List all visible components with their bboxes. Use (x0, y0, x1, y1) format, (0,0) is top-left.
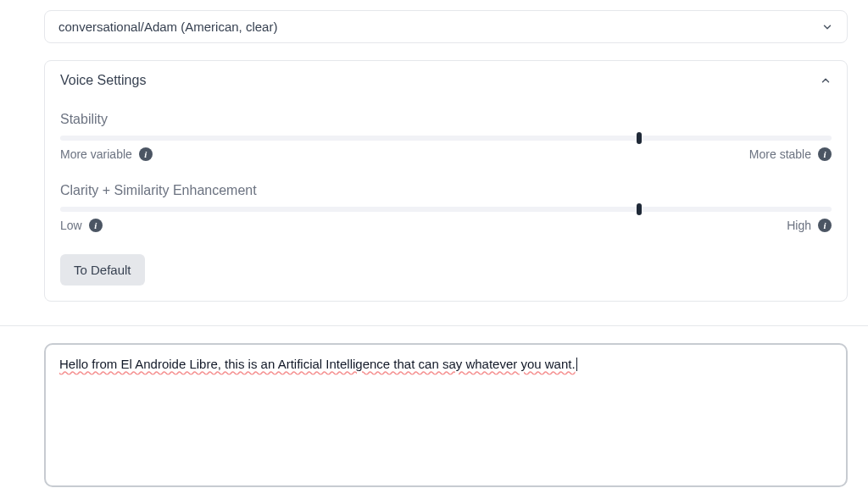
stability-label: Stability (60, 112, 832, 127)
clarity-slider[interactable] (60, 207, 832, 212)
clarity-slider-thumb[interactable] (637, 203, 642, 215)
clarity-left-label: Low i (60, 219, 103, 232)
stability-left-label: More variable i (60, 147, 153, 161)
text-input[interactable]: Hello from El Androide Libre, this is an… (44, 343, 848, 487)
voice-settings-panel: Voice Settings Stability More variable i… (44, 60, 848, 302)
stability-slider-thumb[interactable] (637, 132, 642, 144)
voice-settings-header[interactable]: Voice Settings (45, 61, 847, 100)
clarity-slider-group: Clarity + Similarity Enhancement Low i H… (60, 183, 832, 232)
stability-slider[interactable] (60, 136, 832, 141)
chevron-up-icon (820, 75, 832, 86)
to-default-button[interactable]: To Default (60, 254, 145, 286)
chevron-down-icon (821, 21, 833, 33)
info-icon[interactable]: i (139, 147, 153, 161)
voice-dropdown-selected: conversational/Adam (American, clear) (58, 19, 277, 34)
voice-dropdown[interactable]: conversational/Adam (American, clear) (44, 10, 848, 43)
text-caret (576, 358, 577, 371)
clarity-label: Clarity + Similarity Enhancement (60, 183, 832, 198)
info-icon[interactable]: i (818, 219, 832, 232)
info-icon[interactable]: i (89, 219, 103, 232)
voice-settings-title: Voice Settings (60, 73, 146, 88)
divider (0, 325, 868, 326)
info-icon[interactable]: i (818, 147, 832, 161)
clarity-right-label: High i (787, 219, 832, 232)
stability-right-label: More stable i (749, 147, 832, 161)
stability-slider-group: Stability More variable i More stable i (60, 112, 832, 161)
text-input-value: Hello from El Androide Libre, this is an… (59, 357, 576, 371)
